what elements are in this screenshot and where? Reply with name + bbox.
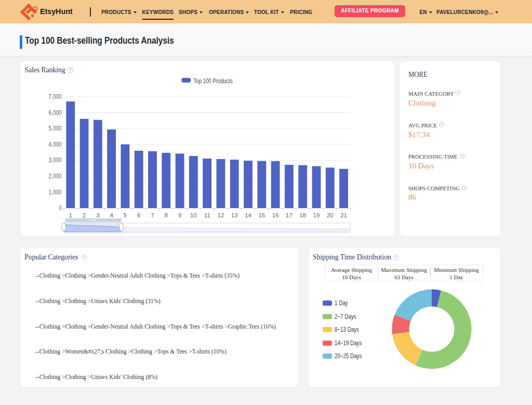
svg-text:8: 8	[165, 212, 168, 218]
svg-text:6,000: 6,000	[49, 109, 62, 116]
svg-text:7: 7	[151, 212, 154, 218]
svg-text:0: 0	[59, 204, 61, 212]
svg-text:1: 1	[69, 212, 72, 218]
svg-text:3,000: 3,000	[49, 156, 62, 164]
svg-text:12: 12	[218, 212, 224, 218]
svg-text:18: 18	[299, 212, 306, 218]
svg-text:1,000: 1,000	[49, 189, 62, 196]
svg-text:19: 19	[313, 212, 320, 218]
svg-text:17: 17	[286, 212, 292, 218]
svg-text:16: 16	[272, 212, 279, 218]
svg-text:3: 3	[96, 212, 99, 218]
svg-text:Top 100 Products: Top 100 Products	[194, 77, 233, 85]
svg-text:5: 5	[124, 212, 127, 218]
svg-text:14: 14	[245, 212, 251, 218]
svg-text:4: 4	[110, 212, 113, 218]
svg-text:21: 21	[340, 212, 347, 218]
svg-text:13: 13	[231, 212, 238, 218]
svg-text:10: 10	[190, 212, 197, 218]
svg-text:5,000: 5,000	[49, 125, 62, 132]
svg-text:15: 15	[258, 212, 265, 218]
svg-text:20: 20	[327, 212, 334, 218]
svg-text:9: 9	[178, 212, 181, 218]
svg-text:7,000: 7,000	[49, 93, 62, 100]
svg-text:2,000: 2,000	[49, 173, 62, 180]
svg-text:2: 2	[83, 212, 86, 218]
svg-text:11: 11	[204, 212, 210, 218]
svg-text:6: 6	[137, 212, 140, 218]
svg-text:4,000: 4,000	[49, 141, 62, 148]
